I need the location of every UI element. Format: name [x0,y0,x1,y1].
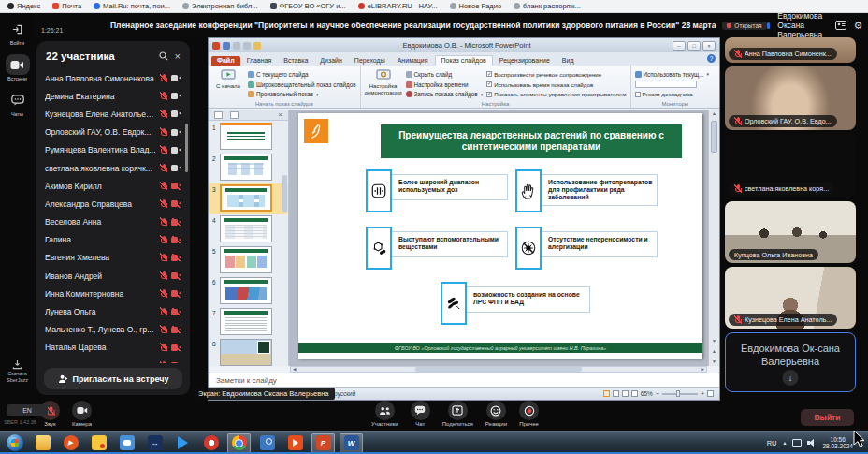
open-icon[interactable] [253,42,261,50]
more-button[interactable]: Прочее [519,401,539,427]
language-toggle-button[interactable]: EN [7,404,48,416]
bookmark[interactable]: Электронная библ... [182,2,258,10]
redo-icon[interactable] [243,42,251,50]
participant-row[interactable]: Веселова Анна [36,213,190,231]
tray-volume-icon[interactable] [807,439,817,447]
hide-slide-button[interactable]: Скрыть слайд [406,69,484,80]
bookmark[interactable]: бланк распоряж... [514,2,581,10]
previous-slide-button[interactable]: ▲ [709,348,719,354]
slide-notes-area[interactable]: Заметки к слайду [209,373,719,387]
search-icon[interactable] [159,48,168,65]
tray-display-icon[interactable] [792,439,802,447]
record-slideshow-button[interactable]: Запись показа слайдов [406,89,484,99]
slide-thumbnail[interactable]: 1 [209,122,288,153]
participant-row[interactable]: Мальченко Т., Лунева О., гр... [36,321,190,339]
participant-row[interactable]: Орловский ГАУ, О.В. Евдок... [36,124,190,141]
tab-transitions[interactable]: Переходы [349,56,391,66]
participant-row[interactable]: Лунева Ольга [36,302,190,320]
participant-row[interactable]: Галина [36,231,190,249]
ppt-titlebar[interactable]: Евдокимова О.В. - Microsoft PowerPoint –… [209,38,719,52]
windows-start-button[interactable] [3,433,26,453]
reading-view-icon[interactable] [622,390,629,397]
taskbar-powerpoint[interactable]: P [311,433,335,453]
share-screen-button[interactable]: Поделиться [442,401,473,427]
rail-item-chats[interactable]: Чаты [6,90,30,117]
scrollbar-thumb[interactable] [711,121,717,153]
participant-row[interactable]: Кузнецова Елена Анатольев... [36,105,190,123]
outline-tab-icon[interactable] [230,111,239,119]
tab-design[interactable]: Дизайн [314,56,348,66]
show-on-monitor-dropdown[interactable] [635,80,710,90]
participant-row[interactable]: Демина Екатерина [36,87,190,105]
fit-to-window-icon[interactable] [707,390,714,397]
scrollbar-thumb[interactable] [415,367,582,372]
slide-thumbnail[interactable]: 6 [209,276,288,307]
tray-expand-icon[interactable]: ▲ [783,440,788,446]
undo-icon[interactable] [233,42,240,50]
taskbar-chat-app[interactable] [115,433,138,453]
vertical-scrollbar[interactable]: ▲ ▼ ▲ ▼ [708,110,719,366]
tab-view[interactable]: Вид [557,56,580,66]
participant-row[interactable]: Иванов Андрей [36,267,190,285]
scroll-left-arrow[interactable]: ◀ [293,367,296,372]
layout-view-icon[interactable] [835,21,846,30]
tab-animation[interactable]: Анимация [392,56,434,66]
invite-button[interactable]: Пригласить на встречу [44,368,182,389]
bookmark[interactable]: ФГБОУ ВО «ОГУ и... [270,2,346,10]
taskbar-media-player[interactable] [59,433,82,453]
taskbar-search-tool[interactable] [255,433,279,453]
bookmark[interactable]: Mail.Ru: почта, пои... [94,2,170,10]
from-beginning-button[interactable]: С начала [212,67,244,99]
slide-thumbnail[interactable]: 2 [209,153,288,183]
close-panel-icon[interactable]: × [175,51,181,62]
video-tile[interactable]: Кузнецова Елена Анатоль... [725,267,856,329]
tab-file[interactable]: Файл [211,56,240,66]
next-slide-button[interactable]: ▼ [709,359,719,364]
participant-row[interactable]: Акимов Кирилл [36,177,190,195]
broadcast-slideshow-button[interactable]: Широковещательный показ слайдов [248,80,356,90]
taskbar-chrome[interactable] [227,433,251,453]
slide-thumbnail[interactable]: 8 [209,338,288,366]
video-tile[interactable]: светлана яковлевна коря... [725,134,856,198]
participant-row[interactable]: Евгения Хмелева [36,249,190,267]
video-tile[interactable]: Анна Павловна Симоненк... [725,37,856,63]
monitor-select-box[interactable] [635,81,697,88]
maximize-button[interactable]: □ [687,41,701,51]
chat-button[interactable]: Чат [411,401,430,427]
taskbar-messenger[interactable] [87,433,110,453]
normal-view-icon[interactable] [603,390,610,397]
self-video-tile[interactable]: Евдокимова Ок-сана Валерьевна [725,332,856,392]
slides-tab-icon[interactable] [214,111,223,119]
video-tile[interactable]: Орловский ГАУ, О.В. Евдо... [725,66,856,130]
participant-row[interactable]: Инна Коминтерновна [36,285,190,302]
minimize-button[interactable]: – [673,41,686,51]
close-button[interactable]: × [702,41,716,51]
video-tile[interactable]: Купцова Ольга Ивановна [725,201,856,263]
participant-row[interactable]: Наталья Царева [36,339,190,357]
rehearse-timings-button[interactable]: Настройка времени [406,80,484,90]
participant-row[interactable]: светлана яковлевна корячк... [36,159,190,177]
help-icon[interactable]: ? [707,54,716,63]
participant-row[interactable]: Румянцева Валентина Влад... [36,141,190,159]
custom-slideshow-button[interactable]: Произвольный показ [248,89,356,99]
tab-home[interactable]: Главная [241,56,278,66]
zoom-slider-thumb[interactable] [676,390,680,397]
camera-button[interactable]: Камера [72,401,92,427]
participant-row[interactable]: Ольга Юрьевна Еремина [36,357,190,363]
scroll-right-arrow[interactable]: ▶ [702,367,704,372]
keyboard-language[interactable]: RU [767,439,777,447]
zoom-slider[interactable] [662,393,698,395]
taskbar-word[interactable]: W [340,433,363,453]
download-app-link[interactable]: Скачать SberJazz [1,359,34,383]
rail-item-login[interactable]: Войти [6,19,30,46]
taskbar-teamviewer[interactable] [143,433,166,453]
reactions-button[interactable]: Реакции [485,401,507,427]
bookmark[interactable]: Новое Радио [450,2,502,10]
scroll-up-arrow[interactable]: ▲ [709,110,719,116]
tab-insert[interactable]: Вставка [278,56,313,66]
thumbnails-scrollbar[interactable] [282,175,287,212]
collapse-tiles-button[interactable] [783,370,799,386]
slide-thumbnail[interactable]: 7 [209,307,288,338]
bookmark[interactable]: Яндекс [7,2,40,10]
taskbar-explorer[interactable] [31,433,54,453]
